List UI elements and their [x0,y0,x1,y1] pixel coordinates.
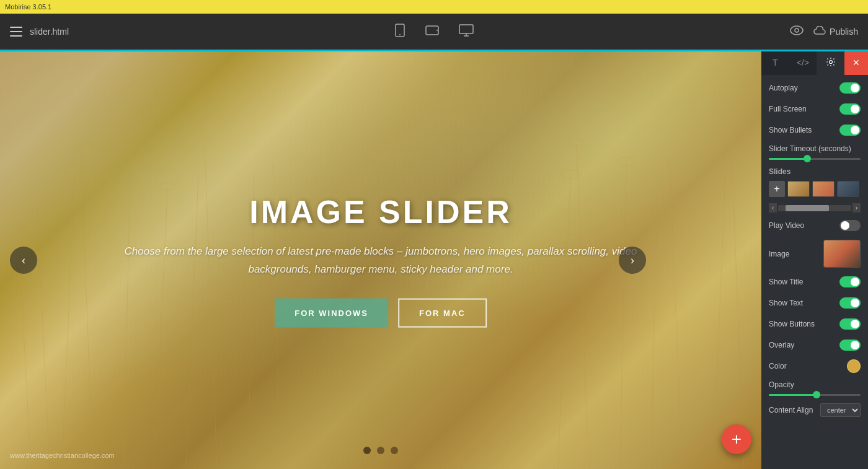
slider-timeout-thumb[interactable] [804,155,811,162]
show-title-toggle[interactable] [839,276,861,287]
site-url: www.theritagechristiancollege.com [10,452,115,459]
panel-tabs: T </> ✕ [761,51,868,75]
show-title-row: Show Title [769,275,861,289]
device-switcher [392,21,476,43]
toolbar-right: Publish [790,25,858,38]
slides-nav-track[interactable] [778,205,851,211]
content-align-label: Content Align [769,406,813,414]
slider-timeout-row: Slider Timeout (seconds) [769,144,861,160]
show-bullets-row: Show Bullets [769,123,861,137]
play-video-row: Play Video [769,219,861,232]
show-bullets-label: Show Bullets [769,126,812,134]
slide-thumb-1[interactable] [787,181,810,197]
content-align-select[interactable]: center left right [820,403,861,417]
tab-settings[interactable] [817,51,844,75]
play-video-toggle[interactable] [839,220,861,231]
fab-add-button[interactable]: + [722,424,751,454]
main-area: IMAGE SLIDER Choose from the large selec… [0,51,868,469]
show-bullets-toggle[interactable] [839,125,861,136]
show-text-label: Show Text [769,299,803,307]
mac-button[interactable]: FOR MAC [398,298,487,327]
tab-delete[interactable]: ✕ [844,51,868,75]
desktop-device-icon[interactable] [456,22,476,42]
hamburger-menu-icon[interactable] [10,27,22,37]
opacity-thumb[interactable] [813,391,820,398]
file-name: slider.html [30,27,69,37]
settings-icon [826,58,835,68]
panel-settings-content: Autoplay Full Screen Show Bullets Slider… [761,75,868,469]
slider-background: IMAGE SLIDER Choose from the large selec… [0,51,761,469]
slide-dot-3[interactable] [391,447,398,454]
prev-slide-button[interactable]: ‹ [10,247,37,274]
autoplay-label: Autoplay [769,84,798,92]
overlay-label: Overlay [769,341,794,349]
slide-thumb-3[interactable] [837,181,859,197]
overlay-row: Overlay [769,338,861,352]
toolbar-left: slider.html [10,27,69,37]
show-text-row: Show Text [769,296,861,310]
publish-label: Publish [830,27,858,37]
svg-point-6 [795,28,799,32]
right-panel: T </> ✕ Autoplay [761,51,868,469]
slides-scroll-left[interactable]: ‹ [769,203,777,213]
autoplay-row: Autoplay [769,81,861,95]
cloud-icon [813,26,826,37]
slide-dots [363,447,398,454]
opacity-label: Opacity [769,380,794,389]
image-preview-inner [824,240,860,267]
fullscreen-toggle[interactable] [839,103,861,115]
slider-description: Choose from the large selection of lates… [114,243,647,279]
slider-title: IMAGE SLIDER [114,193,647,230]
app-title: Mobirise 3.05.1 [5,3,51,11]
content-align-row: Content Align center left right [769,403,861,417]
mobile-device-icon[interactable] [392,21,408,43]
svg-point-3 [436,30,438,31]
overlay-toggle[interactable] [839,340,861,351]
slides-section-label: Slides [769,167,861,176]
opacity-fill [769,394,815,396]
windows-button[interactable]: FOR WINDOWS [275,298,388,327]
play-video-label: Play Video [769,221,804,230]
slider-timeout-label: Slider Timeout (seconds) [769,144,851,153]
show-buttons-toggle[interactable] [839,318,861,330]
add-slide-button[interactable]: + [769,181,785,197]
title-bar: Mobirise 3.05.1 [0,0,868,14]
opacity-track[interactable] [769,394,861,396]
toolbar: slider.html [0,14,868,50]
image-preview[interactable] [823,240,861,268]
image-label: Image [769,250,789,258]
color-swatch[interactable] [847,359,861,373]
autoplay-toggle[interactable] [839,82,861,94]
slide-dot-1[interactable] [363,447,371,454]
svg-rect-4 [459,25,473,33]
preview-icon[interactable] [790,25,804,38]
show-buttons-row: Show Buttons [769,317,861,331]
slider-buttons: FOR WINDOWS FOR MAC [114,298,647,327]
svg-point-31 [829,60,832,63]
color-label: Color [769,362,787,370]
slide-thumb-2[interactable] [812,181,835,197]
tab-code[interactable]: </> [789,51,817,75]
show-text-toggle[interactable] [839,297,861,309]
slider-timeout-fill [769,158,805,160]
show-title-label: Show Title [769,278,803,286]
color-row: Color [769,359,861,373]
slider-timeout-track[interactable] [769,158,861,160]
publish-button[interactable]: Publish [813,26,858,37]
image-row: Image [769,240,861,268]
slides-nav: ‹ › [769,203,861,213]
next-slide-button[interactable]: › [619,247,646,274]
show-buttons-label: Show Buttons [769,320,815,328]
slider-content: IMAGE SLIDER Choose from the large selec… [114,193,647,328]
opacity-row: Opacity [769,380,861,396]
canvas-area: IMAGE SLIDER Choose from the large selec… [0,51,761,469]
fullscreen-label: Full Screen [769,105,807,113]
tablet-device-icon[interactable] [423,22,441,42]
svg-point-5 [790,26,803,35]
slides-scroll-right[interactable]: › [852,203,861,213]
slide-dot-2[interactable] [377,447,384,454]
delete-icon: ✕ [852,58,860,68]
style-icon: T [773,58,778,68]
tab-style[interactable]: T [761,51,789,75]
slides-nav-thumb [786,205,829,211]
